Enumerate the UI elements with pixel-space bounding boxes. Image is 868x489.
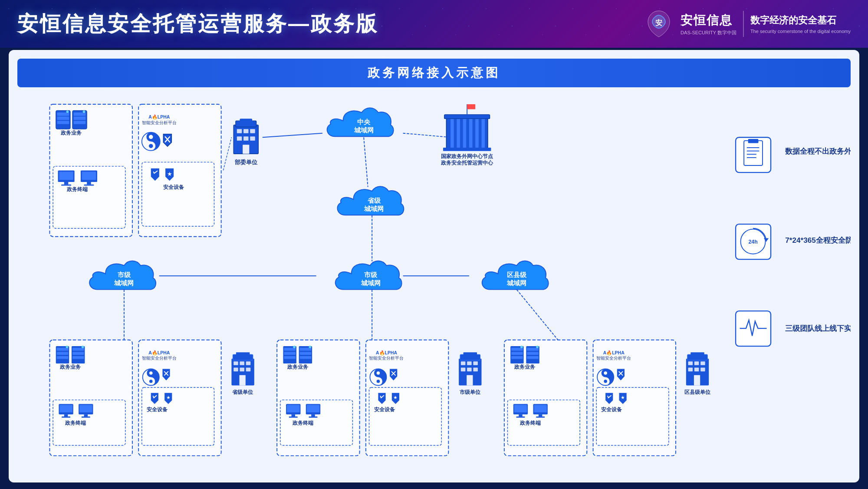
svg-rect-53	[475, 119, 479, 148]
svg-text:城域网: 城域网	[114, 279, 134, 287]
svg-text:A🔥LPHA: A🔥LPHA	[603, 350, 625, 356]
svg-text:政务终端: 政务终端	[66, 186, 88, 192]
svg-text:★: ★	[393, 395, 398, 400]
svg-rect-85	[72, 356, 84, 359]
svg-text:智能安全分析平台: 智能安全分析平台	[142, 120, 177, 125]
svg-point-7	[66, 110, 69, 113]
svg-point-171	[520, 346, 523, 348]
company-logo-icon: 安	[644, 9, 674, 39]
svg-text:政务业务: 政务业务	[59, 364, 81, 370]
svg-point-126	[293, 346, 296, 348]
svg-rect-129	[300, 352, 312, 355]
svg-rect-160	[461, 368, 465, 372]
svg-rect-182	[516, 416, 525, 418]
svg-point-28	[149, 135, 153, 139]
svg-rect-157	[461, 361, 465, 365]
svg-rect-170	[511, 356, 523, 359]
svg-rect-96	[82, 416, 90, 418]
svg-rect-52	[469, 119, 473, 148]
svg-rect-206	[694, 368, 699, 372]
svg-text:智能安全分析平台: 智能安全分析平台	[369, 356, 404, 360]
svg-text:安: 安	[655, 19, 662, 26]
svg-rect-16	[59, 172, 73, 180]
svg-rect-11	[74, 121, 86, 124]
svg-text:城域网: 城域网	[354, 126, 374, 134]
svg-point-193	[604, 380, 607, 383]
svg-text:政务业务: 政务业务	[60, 130, 82, 136]
svg-rect-136	[292, 414, 296, 416]
svg-rect-55	[444, 115, 490, 119]
svg-rect-204	[700, 361, 705, 365]
svg-text:区县级单位: 区县级单位	[684, 389, 711, 395]
svg-point-102	[149, 371, 153, 375]
svg-rect-201	[690, 352, 704, 357]
svg-text:安全设备: 安全设备	[601, 406, 622, 413]
svg-rect-22	[84, 185, 94, 186]
svg-text:A🔥LPHA: A🔥LPHA	[148, 114, 170, 120]
svg-text:城域网: 城域网	[364, 205, 384, 212]
svg-rect-162	[473, 368, 477, 372]
svg-rect-163	[467, 375, 473, 386]
svg-rect-111	[236, 352, 250, 357]
svg-point-103	[149, 380, 153, 383]
svg-rect-207	[700, 368, 705, 372]
svg-rect-42	[243, 136, 248, 141]
svg-text:★: ★	[167, 171, 172, 177]
network-diagram-svg: 政务业务 政务终端 A🔥LPHA	[17, 96, 851, 476]
svg-rect-118	[240, 375, 246, 386]
svg-rect-21	[87, 182, 91, 185]
svg-rect-184	[534, 405, 547, 412]
svg-rect-91	[64, 414, 68, 416]
svg-rect-38	[237, 129, 242, 133]
header: 安恒信息安全托管运营服务—政务版 安 安恒信息 DAS-SECURITY 数字中…	[0, 0, 868, 48]
svg-rect-41	[237, 136, 242, 141]
svg-rect-4	[57, 112, 69, 116]
svg-rect-113	[240, 361, 244, 365]
svg-rect-128	[300, 348, 312, 351]
svg-rect-173	[527, 348, 539, 351]
svg-text:政务终端: 政务终端	[292, 420, 313, 426]
svg-point-131	[309, 346, 311, 348]
svg-text:市级: 市级	[364, 271, 378, 278]
svg-rect-175	[527, 356, 539, 359]
svg-rect-40	[250, 129, 255, 133]
svg-text:安全设备: 安全设备	[163, 184, 184, 190]
svg-point-12	[83, 110, 85, 113]
logo-divider	[743, 11, 744, 37]
logo-text-block: 安恒信息 DAS-SECURITY 数字中国	[681, 12, 736, 36]
svg-rect-95	[84, 414, 88, 416]
svg-rect-112	[233, 361, 238, 365]
svg-rect-10	[74, 117, 86, 120]
svg-point-176	[536, 346, 539, 348]
svg-text:★: ★	[621, 395, 625, 400]
svg-point-81	[66, 346, 69, 348]
svg-text:省级: 省级	[368, 197, 381, 204]
section-title-bar: 政务网络接入示意图	[17, 59, 851, 87]
svg-text:A🔥LPHA: A🔥LPHA	[148, 350, 170, 356]
svg-text:智能安全分析平台: 智能安全分析平台	[142, 356, 177, 360]
svg-rect-174	[527, 352, 539, 355]
svg-text:城域网: 城域网	[361, 279, 381, 287]
svg-rect-181	[519, 414, 523, 416]
svg-rect-37	[240, 119, 252, 123]
svg-rect-115	[233, 368, 238, 372]
svg-rect-140	[311, 414, 315, 416]
svg-rect-185	[539, 414, 542, 416]
svg-rect-137	[289, 416, 298, 418]
svg-rect-117	[246, 368, 250, 372]
svg-text:部委单位: 部委单位	[235, 159, 258, 165]
svg-rect-202	[688, 361, 693, 365]
svg-text:政务终端: 政务终端	[519, 420, 541, 426]
svg-point-147	[377, 371, 380, 375]
svg-text:7*24*365全程安全防护: 7*24*365全程安全防护	[785, 236, 851, 244]
svg-rect-213	[748, 139, 759, 143]
svg-point-86	[82, 346, 84, 348]
logo-tagline-block: 数字经济的安全基石 The security cornerstone of th…	[750, 14, 851, 34]
svg-text:城域网: 城域网	[506, 279, 526, 287]
svg-rect-156	[464, 352, 477, 357]
svg-rect-203	[694, 361, 699, 365]
svg-point-148	[377, 380, 380, 383]
svg-text:政务终端: 政务终端	[65, 420, 86, 426]
svg-rect-114	[246, 361, 250, 365]
svg-rect-56	[443, 148, 491, 151]
